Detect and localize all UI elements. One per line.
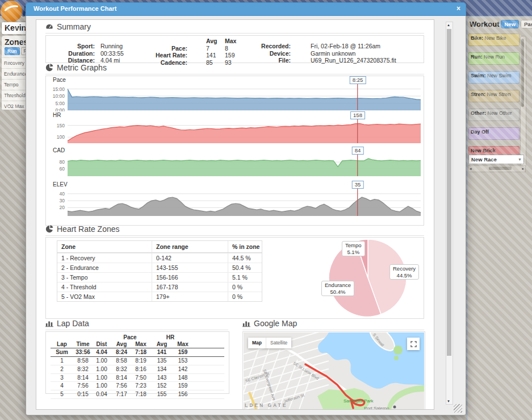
cad-plot[interactable]: 8060: [46, 155, 422, 177]
modal-scrollbar-thumb[interactable]: [447, 29, 451, 356]
hr-zones-row: 2 - Endurance143-15550.4 %: [57, 263, 262, 272]
fullscreen-button[interactable]: [407, 338, 420, 350]
map-button[interactable]: Map: [248, 338, 266, 348]
svg-text:80: 80: [60, 159, 65, 165]
lap-cell: 4.04: [93, 348, 111, 356]
cad-label: CAD: [53, 147, 424, 155]
satellite-button[interactable]: Satellite: [266, 338, 291, 348]
workout-card-list: Bike: New BikeRun: New RunSwim: New Swim…: [468, 34, 520, 165]
scroll-right-icon[interactable]: ▸: [522, 166, 524, 171]
place-marker: [393, 406, 396, 409]
modal-title-bar[interactable]: Workout Performance Chart ×: [26, 2, 466, 16]
lap-cell: 4: [51, 382, 73, 390]
modal-scrollbar[interactable]: ▲ ▼: [446, 22, 453, 405]
hr-zones-row: 4 - Threshold167-1780 %: [57, 282, 262, 292]
lap-header-cell: Avg: [111, 340, 132, 348]
workout-card[interactable]: Other: New Other: [468, 109, 520, 121]
lap-cell: 159: [174, 382, 191, 390]
svg-text:10:00: 10:00: [53, 93, 65, 99]
workout-card[interactable]: Stren: New Stren: [468, 90, 520, 102]
metric-graphs-header: Metric Graphs: [45, 63, 424, 74]
bar-chart-icon: [45, 319, 53, 327]
lap-group-cell: Pace: [111, 334, 149, 340]
lap-cell: 1.00: [93, 382, 111, 390]
hr-zones-cell: 5 - VO2 Max: [57, 292, 152, 301]
lap-cell: 8:14: [73, 374, 93, 382]
summary-left-column: Sport:RunningDuration:00:33:55Distance:4…: [49, 43, 124, 64]
summary-row: Duration:00:33:55: [49, 50, 124, 57]
lap-header-cell: Dist: [93, 340, 111, 348]
lap-header-cell: Lap: [51, 340, 73, 348]
workout-tab-new[interactable]: New: [501, 20, 519, 28]
summary-avgmax-header: AvgMax: [131, 38, 248, 45]
lap-cell: 8:32: [111, 365, 132, 373]
lap-row: 50:150.047:177:18155156: [51, 390, 224, 399]
hr-zones-cell: 179+: [152, 292, 228, 301]
lap-column-header: LapTimeDistAvgMaxAvgMax: [51, 340, 224, 348]
hr-zones-cell: 2 - Endurance: [57, 263, 152, 272]
scroll-down-icon[interactable]: ▼: [447, 400, 450, 403]
modal-title: Workout Performance Chart: [33, 5, 117, 12]
lap-data-box: PaceHRLapTimeDistAvgMaxAvgMaxSum33:564.0…: [45, 331, 229, 394]
workout-sidebar: Workout New Past Bike: New BikeRun: New …: [467, 16, 532, 420]
pace-chart: Pace 8:25 15:0010:005:000:00: [46, 76, 424, 111]
hr-zones-cell: 5.1 %: [228, 273, 261, 282]
lap-cell: 141: [149, 348, 174, 356]
chevron-down-icon: ▼: [518, 155, 522, 164]
hr-zones-table: ZoneZone range% in zone1 - Recovery0-142…: [57, 240, 262, 302]
island: [393, 346, 403, 355]
pace-plot[interactable]: 15:0010:005:000:00: [46, 84, 422, 111]
lap-cell: 1.00: [93, 374, 111, 382]
lap-cell: 7:50: [132, 374, 149, 382]
workout-scrollbar-thumb[interactable]: [521, 39, 524, 107]
lap-group-cell: [191, 334, 224, 340]
summary-value: Garmin unknown: [291, 50, 396, 57]
lap-cell: 8:58: [73, 357, 93, 365]
summary-label: Device:: [234, 50, 291, 57]
workout-scrollbar[interactable]: [520, 36, 526, 168]
elev-label: ELEV: [53, 181, 424, 189]
lap-table: PaceHRLapTimeDistAvgMaxAvgMaxSum33:564.0…: [51, 334, 224, 399]
cad-chart: CAD 84 8060: [46, 147, 424, 177]
hr-zones-cell: 0 %: [228, 292, 261, 301]
workout-card[interactable]: Swim: New Swim: [468, 71, 520, 84]
lap-cell: 1.00: [93, 365, 111, 373]
workout-card[interactable]: Day Off: [468, 127, 520, 140]
new-race-select[interactable]: New Race ▼: [468, 155, 524, 164]
workout-tab-past[interactable]: Past: [521, 20, 532, 28]
pace-cursor-badge: 8:25: [350, 76, 366, 84]
close-icon[interactable]: ×: [456, 3, 460, 15]
lap-header-cell: Time: [73, 340, 93, 348]
lap-cell: 2: [51, 365, 73, 373]
workout-card[interactable]: Bike: New Bike: [468, 34, 520, 46]
summary-avg-value: 7: [187, 45, 225, 52]
scroll-up-icon[interactable]: ▲: [447, 23, 450, 27]
user-name: Kevin: [5, 23, 26, 32]
map-canvas[interactable]: SE St Lucie Blvd SE Clayton St SE Evergr…: [244, 332, 424, 409]
summary-row: Pace:78: [131, 45, 248, 52]
summary-label: Recorded:: [234, 43, 291, 50]
hr-plot[interactable]: 150100: [46, 119, 422, 144]
summary-middle-column: AvgMaxPace:78Heart Rate:141159Cadence:85…: [131, 38, 248, 66]
lap-cell: 33:56: [73, 348, 93, 356]
scroll-left-icon[interactable]: ◂: [470, 166, 472, 171]
svg-text:20: 20: [60, 205, 65, 210]
workout-hscrollbar[interactable]: ◂ ▸: [468, 165, 526, 172]
elev-plot[interactable]: 403020: [46, 189, 422, 217]
pie-chart-icon: [45, 225, 53, 233]
lap-header-cell: Max: [132, 340, 149, 348]
hr-zones-box: ZoneZone range% in zone1 - Recovery0-142…: [45, 237, 424, 319]
zones-tab-run[interactable]: Run: [5, 47, 20, 55]
summary-avg-value: 141: [187, 52, 225, 59]
pie-label-tempo: Tempo5.1%: [342, 241, 365, 256]
bar-chart-icon: [242, 319, 250, 327]
lap-cell: 152: [149, 382, 174, 390]
workout-card[interactable]: Run: New Run: [468, 52, 520, 65]
workout-hscrollbar-thumb[interactable]: [489, 167, 512, 170]
summary-row: Heart Rate:141159: [131, 52, 248, 59]
resize-grip[interactable]: [454, 404, 462, 413]
lap-row: 18:581.008:588:19135153: [51, 357, 224, 365]
summary-value: 00:33:55: [95, 50, 124, 57]
summary-label: Duration:: [49, 50, 95, 57]
summary-label: Pace:: [131, 45, 187, 52]
